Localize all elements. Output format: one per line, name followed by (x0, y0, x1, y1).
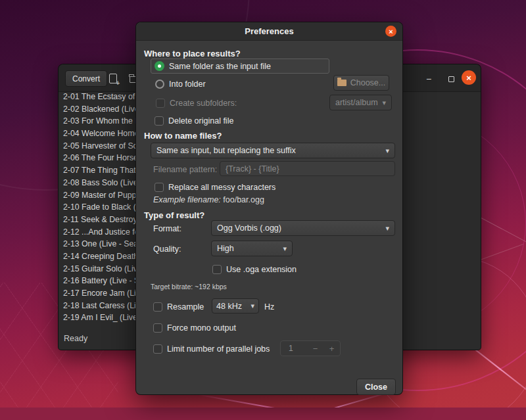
wallpaper-bottom-band (0, 408, 526, 420)
filename-pattern-input[interactable]: {Track} - {Title} (220, 161, 395, 176)
jobs-value[interactable]: 1 (281, 344, 307, 353)
format-label: Format: (153, 223, 181, 235)
chevron-down-icon: ▾ (382, 99, 386, 107)
quality-dropdown[interactable]: High ▾ (211, 241, 293, 256)
checkbox-icon[interactable] (155, 183, 164, 192)
section-heading-result: Type of result? (144, 210, 204, 220)
section-heading-naming: How to name files? (144, 131, 222, 141)
add-file-button[interactable] (105, 70, 122, 87)
minimize-icon: − (426, 74, 431, 84)
preferences-dialog: Preferences × Where to place results? Sa… (135, 22, 403, 395)
status-text: Ready (64, 334, 87, 343)
close-button[interactable]: Close (356, 379, 396, 395)
force-mono-label[interactable]: Force mono output (167, 323, 236, 333)
convert-button[interactable]: Convert (65, 70, 107, 87)
maximize-icon (448, 76, 454, 82)
checkbox-icon[interactable] (212, 265, 222, 274)
checkbox-icon[interactable] (155, 116, 164, 126)
add-file-icon (109, 74, 117, 83)
chevron-down-icon: ▾ (385, 224, 389, 233)
close-icon: × (466, 73, 471, 83)
limit-jobs-label[interactable]: Limit number of parallel jobs (167, 344, 270, 354)
close-button-label: Close (365, 383, 387, 392)
naming-scheme-value: Same as input, but replacing the suffix (156, 146, 296, 155)
dialog-close-button[interactable]: × (385, 26, 396, 37)
spinner-decrement-button[interactable]: − (307, 344, 323, 354)
maximize-button[interactable] (442, 72, 460, 85)
format-dropdown[interactable]: Ogg Vorbis (.ogg) ▾ (211, 220, 395, 236)
checkbox-icon[interactable] (153, 344, 162, 354)
dialog-titlebar[interactable]: Preferences × (136, 22, 402, 41)
filename-pattern-value: {Track} - {Title} (226, 164, 279, 174)
quality-value: High (217, 244, 234, 253)
window-close-button[interactable]: × (462, 70, 476, 85)
minimize-button[interactable]: − (420, 72, 437, 85)
desktop: Convert − × 2-01 The Ecstasy of G 2-02 B… (0, 0, 526, 420)
example-filename: Example filename: foo/bar.ogg (153, 195, 264, 204)
format-value: Ogg Vorbis (.ogg) (217, 223, 281, 233)
choose-button-label: Choose... (350, 78, 386, 87)
checkbox-limit-jobs[interactable]: Limit number of parallel jobs (153, 342, 270, 356)
example-filename-label: Example filename: (153, 195, 221, 204)
radio-into-folder[interactable]: Into folder (155, 78, 206, 91)
subfolder-pattern-value: artist/album (335, 98, 378, 107)
checkbox-create-subfolders[interactable]: Create subfolders: (156, 97, 237, 110)
radio-into-folder-label[interactable]: Into folder (169, 80, 206, 89)
close-icon: × (389, 28, 393, 35)
radio-off-icon[interactable] (155, 80, 164, 89)
resample-rate-dropdown[interactable]: 48 kHz ▾ (212, 298, 259, 314)
checkbox-replace-messy[interactable]: Replace all messy characters (155, 181, 275, 194)
checkbox-icon[interactable] (153, 302, 162, 312)
radio-on-icon[interactable] (155, 61, 164, 71)
oga-extension-label[interactable]: Use .oga extension (226, 265, 297, 274)
replace-messy-label[interactable]: Replace all messy characters (168, 183, 275, 192)
delete-original-label[interactable]: Delete original file (168, 116, 233, 126)
example-filename-value: foo/bar.ogg (223, 195, 264, 204)
checkbox-oga-extension[interactable]: Use .oga extension (212, 263, 297, 276)
section-heading-place-results: Where to place results? (144, 49, 241, 58)
resample-label[interactable]: Resample (167, 302, 204, 312)
radio-same-folder[interactable]: Same folder as the input file (151, 58, 329, 74)
radio-same-folder-label[interactable]: Same folder as the input file (169, 62, 271, 71)
bitrate-note: Target bitrate: ~192 kbps (151, 283, 227, 291)
spinner-increment-button[interactable]: + (323, 344, 340, 354)
checkbox-force-mono[interactable]: Force mono output (153, 321, 236, 335)
resample-rate-value: 48 kHz (216, 302, 242, 311)
dialog-title: Preferences (245, 26, 293, 36)
chevron-down-icon: ▾ (385, 147, 389, 155)
chevron-down-icon: ▾ (283, 245, 287, 253)
resample-unit-label: Hz (264, 301, 274, 313)
quality-label: Quality: (153, 243, 181, 255)
folder-icon (337, 80, 347, 86)
checkbox-icon[interactable] (153, 323, 162, 333)
chevron-down-icon: ▾ (251, 302, 254, 310)
jobs-spinner: 1 − + (280, 340, 341, 356)
checkbox-delete-original[interactable]: Delete original file (155, 114, 233, 128)
checkbox-resample[interactable]: Resample (153, 300, 204, 314)
filename-pattern-label: Filename pattern: (153, 164, 217, 175)
naming-scheme-dropdown[interactable]: Same as input, but replacing the suffix … (151, 143, 395, 158)
convert-button-label: Convert (72, 74, 100, 83)
choose-folder-button[interactable]: Choose... (333, 75, 389, 91)
checkbox-icon[interactable] (156, 99, 165, 108)
create-subfolders-label[interactable]: Create subfolders: (170, 99, 237, 108)
subfolder-pattern-dropdown[interactable]: artist/album ▾ (329, 95, 392, 110)
